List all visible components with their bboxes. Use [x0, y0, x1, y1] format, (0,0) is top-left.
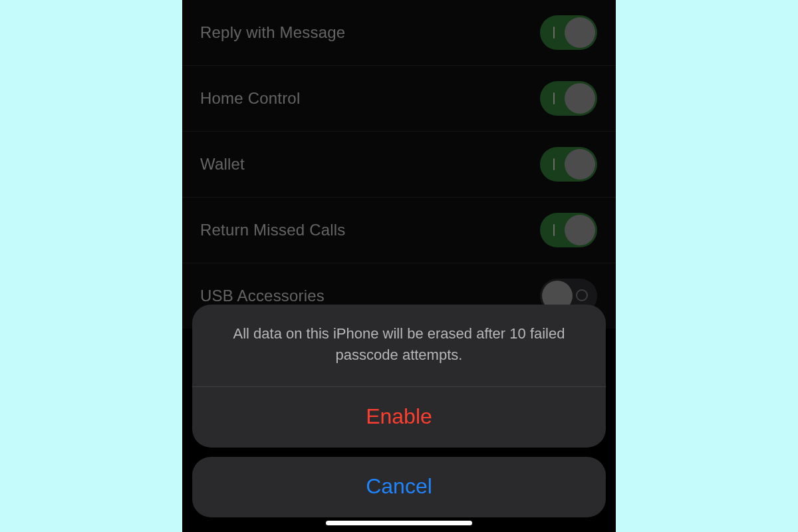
- enable-button[interactable]: Enable: [192, 387, 606, 448]
- action-sheet: All data on this iPhone will be erased a…: [192, 305, 606, 517]
- action-sheet-cancel-group: Cancel: [192, 457, 606, 517]
- action-sheet-message: All data on this iPhone will be erased a…: [192, 305, 606, 386]
- phone-screen: Reply with Message Home Control Wallet R…: [182, 0, 616, 532]
- action-sheet-group: All data on this iPhone will be erased a…: [192, 305, 606, 448]
- cancel-button[interactable]: Cancel: [192, 457, 606, 517]
- home-indicator[interactable]: [326, 521, 472, 525]
